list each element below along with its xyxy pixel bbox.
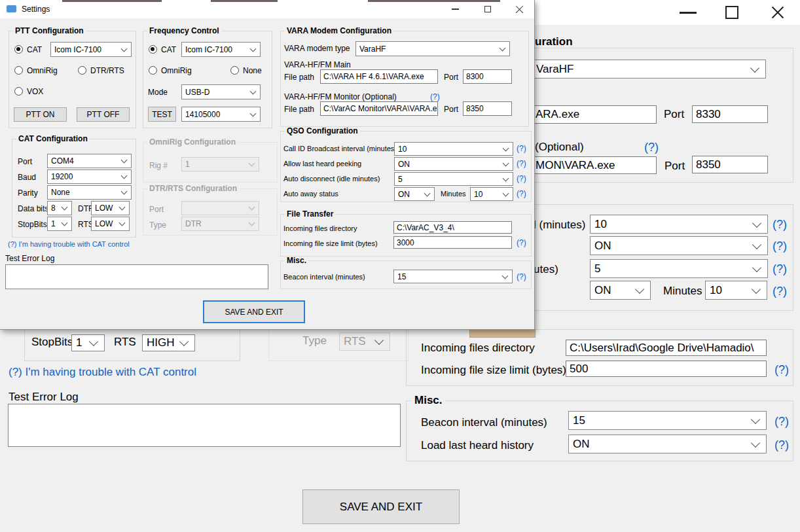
- help-link[interactable]: (?): [773, 219, 787, 231]
- freq-none-radio[interactable]: [230, 66, 239, 75]
- cat-trouble-link[interactable]: (?) I'm having trouble with CAT control: [8, 240, 130, 249]
- incoming-size-input[interactable]: 3000: [393, 236, 512, 249]
- vara-modem-type-select[interactable]: VaraHF: [355, 41, 510, 56]
- vara-monitor-port-input[interactable]: 8350: [692, 156, 768, 173]
- mode-select[interactable]: USB-D: [181, 84, 261, 99]
- ptt-omnirig-radio[interactable]: [14, 66, 23, 75]
- away-minutes-select[interactable]: 10: [470, 187, 513, 201]
- help-link[interactable]: (?): [773, 263, 787, 275]
- stopbits-label: StopBits: [31, 336, 73, 348]
- cat-dtr-select[interactable]: LOW: [91, 201, 130, 215]
- cat-port-label: Port: [18, 158, 32, 166]
- auto-away-select[interactable]: ON: [590, 281, 651, 300]
- help-link[interactable]: (?): [517, 190, 526, 198]
- help-link[interactable]: (?): [773, 240, 787, 253]
- vara-main-port-input[interactable]: 8300: [463, 69, 512, 84]
- save-and-exit-button[interactable]: SAVE AND EXIT: [203, 300, 305, 323]
- help-link[interactable]: (?): [517, 273, 526, 281]
- last-heard-peeking-select[interactable]: ON: [394, 157, 513, 171]
- ptt-on-button[interactable]: PTT ON: [14, 107, 67, 122]
- auto-away-select[interactable]: ON: [394, 187, 435, 201]
- rts-select[interactable]: HIGH: [142, 334, 195, 351]
- freq-omnirig-label: OmniRig: [161, 67, 192, 75]
- freq-cat-radio[interactable]: [149, 45, 157, 54]
- cat-parity-select[interactable]: None: [47, 185, 132, 200]
- ptt-dtr-rts-label: DTR/RTS: [90, 67, 124, 75]
- load-last-heard-label: Load last heard history: [421, 440, 534, 452]
- chevron-down-icon: [752, 262, 761, 272]
- vara-monitor-label-cut: (Optional): [535, 141, 584, 153]
- chevron-down-icon: [424, 190, 431, 196]
- vara-monitor-file-path-input[interactable]: C:\VarAC Monitor\VARA\VARA.exe: [320, 101, 438, 116]
- chevron-down-icon: [121, 173, 128, 179]
- help-link[interactable]: (?): [644, 141, 659, 154]
- freq-omnirig-radio[interactable]: [149, 66, 157, 75]
- callid-interval-select[interactable]: 10: [394, 142, 513, 156]
- close-button[interactable]: [759, 0, 796, 25]
- help-link[interactable]: (?): [774, 416, 789, 428]
- cat-stopbits-select[interactable]: 1: [47, 217, 72, 231]
- vara-monitor-port-input[interactable]: 8350: [463, 101, 512, 116]
- last-heard-peeking-label: Allow last heard peeking: [283, 160, 361, 168]
- vara-main-port-input[interactable]: 8330: [692, 105, 768, 123]
- auto-disconnect-select[interactable]: 5: [590, 259, 768, 278]
- chevron-down-icon: [500, 44, 506, 51]
- stopbits-select[interactable]: 1: [71, 334, 105, 351]
- minimize-button[interactable]: [440, 0, 470, 18]
- chevron-down-icon: [249, 160, 255, 167]
- load-last-heard-select[interactable]: ON: [568, 434, 767, 453]
- frequency-select[interactable]: 14105000: [181, 107, 261, 122]
- top-edge-artifact: [368, 0, 500, 2]
- help-link[interactable]: (?): [430, 93, 440, 101]
- freq-cat-label: CAT: [161, 46, 176, 54]
- ptt-off-button[interactable]: PTT OFF: [77, 107, 130, 122]
- last-heard-peeking-select[interactable]: ON: [590, 236, 768, 255]
- help-link[interactable]: (?): [517, 239, 526, 247]
- help-link[interactable]: (?): [773, 285, 787, 298]
- help-link[interactable]: (?): [774, 439, 789, 452]
- incoming-dir-input[interactable]: C:\Users\Irad\Google Drive\Hamadio\: [566, 340, 767, 356]
- help-link[interactable]: (?): [517, 145, 526, 153]
- maximize-button[interactable]: [473, 0, 503, 18]
- test-error-log-textarea[interactable]: [8, 404, 401, 447]
- minimize-icon: [452, 9, 459, 10]
- incoming-dir-input[interactable]: C:\VarAC_V3_4\: [393, 221, 512, 234]
- ptt-cat-rig-select[interactable]: Icom IC-7100: [50, 42, 132, 57]
- vara-monitor-file-path-input[interactable]: MON\VARA.exe: [532, 156, 657, 174]
- maximize-button[interactable]: [714, 0, 750, 25]
- ptt-cat-radio[interactable]: [14, 45, 23, 54]
- chevron-down-icon: [89, 337, 98, 346]
- freq-cat-rig-select[interactable]: Icom IC-7100: [181, 42, 261, 57]
- rts-label: RTS: [114, 336, 136, 348]
- auto-disconnect-select[interactable]: 5: [394, 172, 513, 186]
- chevron-down-icon: [249, 204, 255, 211]
- beacon-interval-select[interactable]: 15: [568, 411, 767, 430]
- cat-port-select[interactable]: COM4: [47, 154, 132, 168]
- test-button[interactable]: TEST: [148, 107, 176, 122]
- port-label: Port: [444, 73, 458, 82]
- chevron-down-icon: [121, 188, 128, 195]
- minimize-button[interactable]: [670, 0, 706, 25]
- vara-main-file-path-input[interactable]: ARA.exe: [532, 105, 657, 124]
- help-link[interactable]: (?): [517, 175, 526, 183]
- settings-app-icon: [7, 5, 16, 12]
- cat-trouble-link[interactable]: (?) I'm having trouble with CAT control: [9, 366, 196, 378]
- ptt-vox-radio[interactable]: [14, 87, 23, 96]
- cat-databits-select[interactable]: 8: [47, 201, 72, 215]
- help-link[interactable]: (?): [517, 160, 526, 168]
- close-button[interactable]: [504, 0, 534, 18]
- group-title: OmniRig Configuration: [147, 138, 238, 147]
- vara-modem-type-select[interactable]: VaraHF: [532, 60, 766, 79]
- test-error-log-textarea[interactable]: [5, 264, 268, 289]
- incoming-size-input[interactable]: 500: [566, 361, 767, 377]
- help-link[interactable]: (?): [774, 364, 789, 376]
- cat-rts-select[interactable]: LOW: [91, 217, 130, 231]
- beacon-interval-select[interactable]: 15: [393, 270, 513, 283]
- cat-baud-select[interactable]: 19200: [47, 169, 132, 184]
- group-file-transfer: File Transfer: [280, 214, 532, 257]
- vara-main-file-path-input[interactable]: C:\VARA HF 4.6.1\VARA.exe: [320, 69, 438, 84]
- save-and-exit-button[interactable]: SAVE AND EXIT: [302, 489, 460, 524]
- ptt-dtr-rts-radio[interactable]: [78, 66, 86, 75]
- callid-interval-select[interactable]: 10: [590, 215, 768, 234]
- away-minutes-select[interactable]: 10: [705, 281, 767, 300]
